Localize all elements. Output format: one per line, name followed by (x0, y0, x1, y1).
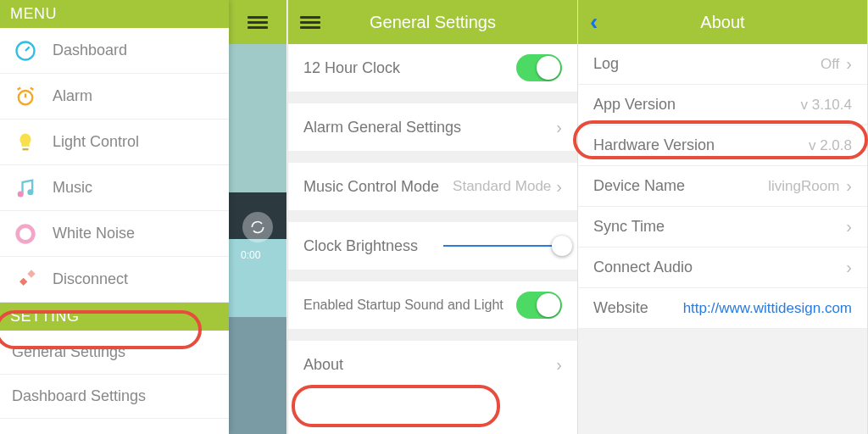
page-title: About (700, 13, 744, 32)
row-alarm-general[interactable]: Alarm General Settings › (288, 103, 577, 151)
svg-line-5 (31, 87, 34, 89)
empty-space (578, 329, 867, 434)
setting-item-service[interactable]: Service setup (0, 419, 229, 434)
menu-section-header: MENU (0, 0, 229, 28)
menu-item-label: Alarm (53, 87, 92, 105)
settings-list: 12 Hour Clock Alarm General Settings › M… (288, 44, 577, 388)
menu-item-music[interactable]: Music (0, 165, 229, 211)
svg-point-2 (19, 91, 32, 104)
menu-item-alarm[interactable]: Alarm (0, 74, 229, 120)
music-icon (12, 176, 39, 200)
row-value: livingRoom (768, 178, 839, 195)
bulb-icon (12, 131, 39, 154)
row-about[interactable]: About › (288, 341, 577, 388)
svg-line-1 (25, 47, 30, 51)
menu-item-label: Dashboard (53, 42, 127, 59)
behind-time-label: 0:00 (241, 249, 260, 261)
drawer-behind-content: 0:00 (229, 0, 287, 434)
behind-header (229, 0, 287, 44)
row-label: Music Control Mode (303, 178, 439, 196)
row-website[interactable]: Website http://www.wittidesign.com (578, 288, 867, 329)
topbar: ‹ About (578, 0, 867, 44)
row-label: 12 Hour Clock (303, 59, 400, 77)
chevron-right-icon: › (846, 176, 852, 196)
svg-point-9 (18, 225, 34, 242)
row-hardware-version: Hardware Version v 2.0.8 (578, 125, 867, 166)
chevron-right-icon: › (556, 355, 562, 375)
row-startup-sound: Enabled Startup Sound and Light (288, 281, 577, 329)
menu-item-whitenoise[interactable]: White Noise (0, 211, 229, 257)
menu-item-label: Disconnect (53, 270, 128, 288)
chevron-right-icon: › (556, 177, 562, 197)
screen-general-settings: General Settings 12 Hour Clock Alarm Gen… (288, 0, 578, 434)
row-music-mode[interactable]: Music Control Mode Standard Mode › (288, 163, 577, 210)
row-app-version: App Version v 3.10.4 (578, 85, 867, 125)
chevron-right-icon: › (846, 217, 852, 236)
row-label: Enabled Startup Sound and Light (303, 298, 504, 313)
toggle-12hour[interactable] (516, 54, 562, 81)
menu-item-disconnect[interactable]: Disconnect (0, 257, 229, 303)
hamburger-icon[interactable] (248, 14, 268, 31)
setting-section-header: SETTING (0, 303, 229, 331)
whitenoise-icon (12, 222, 39, 246)
screen-menu-drawer: MENU Dashboard Alarm Light Control Music (0, 0, 288, 434)
setting-item-dashboard[interactable]: Dashboard Settings (0, 375, 229, 419)
svg-rect-6 (23, 148, 29, 150)
row-label: Website (593, 299, 648, 317)
row-label: Clock Brightness (303, 237, 418, 255)
hamburger-icon[interactable] (300, 14, 320, 31)
row-connect-audio[interactable]: Connect Audio › (578, 248, 867, 288)
chevron-right-icon: › (846, 54, 852, 74)
menu-item-label: Music (53, 179, 92, 197)
menu-drawer: MENU Dashboard Alarm Light Control Music (0, 0, 229, 434)
svg-point-7 (18, 191, 24, 197)
svg-point-8 (27, 189, 33, 195)
row-clock-brightness: Clock Brightness (288, 222, 577, 270)
website-link[interactable]: http://www.wittidesign.com (683, 300, 852, 317)
row-value: v 3.10.4 (801, 97, 853, 114)
brightness-slider[interactable] (443, 245, 562, 247)
chevron-right-icon: › (846, 258, 852, 277)
back-button[interactable]: ‹ (590, 8, 598, 36)
row-sync-time[interactable]: Sync Time › (578, 207, 867, 248)
alarm-icon (12, 85, 39, 108)
page-title: General Settings (370, 13, 496, 32)
annotation-circle (292, 385, 500, 427)
row-value: Off (821, 56, 839, 73)
chevron-right-icon: › (556, 118, 562, 137)
row-value: v 2.0.8 (809, 137, 852, 154)
screen-about: ‹ About Log Off › App Version v 3.10.4 H… (578, 0, 868, 434)
setting-item-general[interactable]: General Settings (0, 331, 229, 375)
row-label: Alarm General Settings (303, 119, 461, 136)
menu-item-label: White Noise (53, 225, 135, 242)
row-value: Standard Mode (453, 178, 551, 195)
toggle-startup[interactable] (516, 292, 562, 319)
menu-item-dashboard[interactable]: Dashboard (0, 28, 229, 74)
dashboard-icon (12, 39, 39, 63)
row-log[interactable]: Log Off › (578, 44, 867, 85)
row-12hour-clock: 12 Hour Clock (288, 44, 577, 92)
row-label: About (303, 356, 343, 374)
row-label: Log (593, 55, 619, 73)
menu-item-light[interactable]: Light Control (0, 120, 229, 165)
row-device-name[interactable]: Device Name livingRoom › (578, 166, 867, 207)
row-label: Device Name (593, 177, 685, 195)
row-label: App Version (593, 96, 676, 114)
sync-icon (242, 212, 273, 242)
plug-icon (12, 268, 39, 292)
svg-line-4 (18, 87, 21, 89)
row-label: Hardware Version (593, 136, 715, 154)
row-label: Sync Time (593, 218, 665, 236)
topbar: General Settings (288, 0, 577, 44)
menu-item-label: Light Control (53, 133, 139, 151)
row-label: Connect Audio (593, 259, 693, 276)
